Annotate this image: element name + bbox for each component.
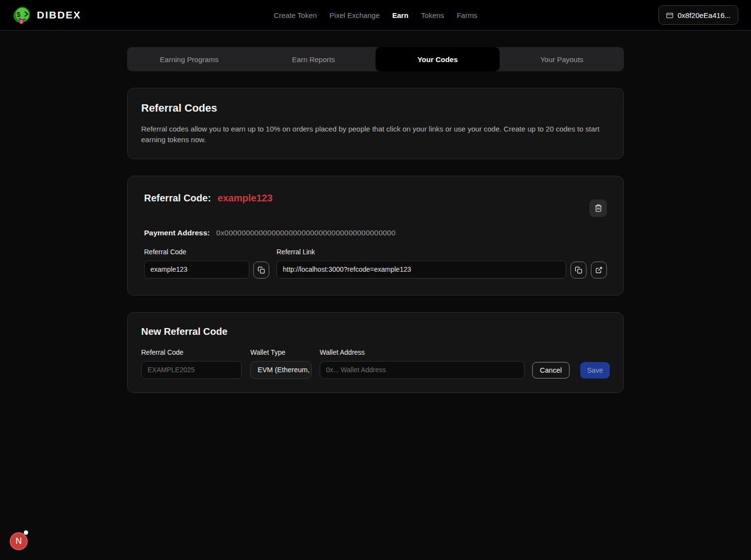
main-nav: Create Token Pixel Exchange Earn Tokens … — [274, 0, 477, 31]
referral-link-field-label: Referral Link — [277, 248, 566, 256]
tab-earn-reports[interactable]: Earn Reports — [251, 47, 376, 71]
wallet-address-field-label: Wallet Address — [320, 348, 524, 356]
new-code-actions: Cancel Save — [532, 362, 610, 379]
intro-title: Referral Codes — [141, 102, 610, 115]
new-referral-code-input[interactable] — [141, 361, 242, 379]
tab-earning-programs[interactable]: Earning Programs — [127, 47, 251, 71]
tab-your-codes[interactable]: Your Codes — [376, 47, 500, 71]
wallet-icon — [666, 12, 673, 19]
brand[interactable]: $ DIBDEX — [13, 5, 81, 25]
dev-indicator-dot — [24, 530, 28, 535]
nav-pixel-exchange[interactable]: Pixel Exchange — [329, 11, 379, 19]
referral-codes-intro-card: Referral Codes Referral codes allow you … — [127, 88, 624, 159]
open-link-button[interactable] — [591, 262, 607, 279]
copy-icon — [575, 266, 582, 274]
dev-tools-badge-label: N — [16, 536, 22, 546]
brand-name: DIBDEX — [37, 9, 81, 21]
wallet-type-field-label: Wallet Type — [250, 348, 311, 356]
chevron-down-icon: ▾ — [310, 367, 311, 372]
external-link-icon — [595, 266, 603, 274]
svg-text:$: $ — [16, 10, 21, 18]
intro-description: Referral codes allow you to earn up to 1… — [141, 124, 602, 145]
referral-code-title-label: Referral Code: — [144, 193, 211, 203]
delete-referral-button[interactable] — [589, 199, 607, 217]
nav-create-token[interactable]: Create Token — [274, 11, 317, 19]
new-code-field-label: Referral Code — [141, 348, 242, 356]
tab-your-payouts[interactable]: Your Payouts — [500, 47, 624, 71]
copy-icon — [258, 266, 265, 274]
wallet-type-selected-value: EVM (Ethereum, — [258, 366, 310, 374]
payment-address-row: Payment Address: 0x000000000000000000000… — [144, 229, 607, 237]
copy-code-button[interactable] — [253, 262, 269, 279]
dibdex-logo-icon: $ — [13, 5, 31, 25]
wallet-address-button[interactable]: 0x8f20eEa416... — [658, 5, 738, 25]
nav-tokens[interactable]: Tokens — [421, 11, 444, 19]
trash-icon — [594, 204, 603, 212]
new-referral-title: New Referral Code — [141, 326, 610, 337]
copy-link-button[interactable] — [571, 262, 587, 279]
wallet-address-label: 0x8f20eEa416... — [678, 11, 731, 19]
referral-code-card: Referral Code: example123 Payment Addres… — [127, 176, 624, 296]
app-header: $ DIBDEX Create Token Pixel Exchange Ear… — [0, 0, 751, 31]
wallet-type-select[interactable]: EVM (Ethereum, ▾ — [250, 361, 311, 379]
referral-code-input[interactable] — [144, 261, 249, 279]
earn-tabbar: Earning Programs Earn Reports Your Codes… — [127, 47, 624, 71]
referral-code-value: example123 — [217, 193, 272, 203]
save-button[interactable]: Save — [580, 362, 610, 379]
cancel-button[interactable]: Cancel — [532, 362, 570, 379]
referral-link-input[interactable] — [277, 261, 566, 279]
payment-address-label: Payment Address: — [144, 229, 210, 237]
referral-code-field-label: Referral Code — [144, 248, 249, 256]
nav-farms[interactable]: Farms — [457, 11, 477, 19]
payment-address-value: 0x00000000000000000000000000000000000000… — [216, 229, 396, 237]
nav-earn[interactable]: Earn — [392, 11, 408, 19]
new-wallet-address-input[interactable] — [320, 361, 524, 379]
referral-code-title: Referral Code: example123 — [144, 193, 273, 204]
dev-tools-badge[interactable]: N — [10, 532, 28, 550]
new-referral-code-card: New Referral Code Referral Code Wallet T… — [127, 312, 624, 393]
